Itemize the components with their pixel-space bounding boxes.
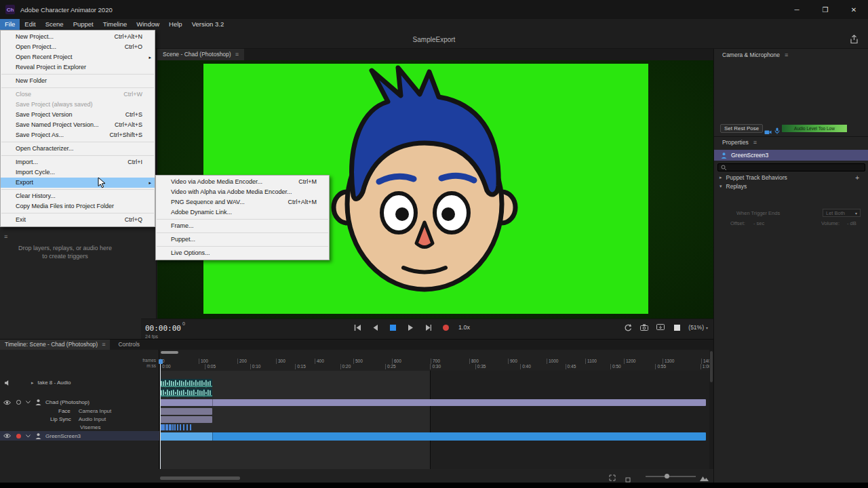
file-menu-item-clear-history[interactable]: Clear History... — [1, 191, 155, 201]
stop-button[interactable] — [388, 323, 397, 332]
controls-tab[interactable]: Controls — [110, 340, 148, 350]
playhead[interactable] — [160, 359, 161, 469]
file-menu-item-close[interactable]: Ctrl+WClose — [1, 89, 155, 100]
audio-take-clip[interactable] — [160, 388, 212, 397]
properties-selected-item[interactable]: GreenScreen3 — [714, 150, 868, 161]
record-button[interactable] — [441, 323, 450, 332]
timecode-frames: 0 — [182, 321, 185, 326]
add-behavior-icon[interactable]: + — [855, 174, 859, 182]
properties-search-input[interactable] — [717, 163, 865, 171]
timeline-horizontal-scrollbar[interactable] — [160, 476, 240, 480]
zoom-level-select[interactable]: (51%) ▾ — [688, 324, 708, 331]
close-button[interactable]: ✕ — [840, 0, 868, 19]
export-menu-item-frame[interactable]: Frame... — [156, 221, 329, 231]
replays-row[interactable]: ▾ Replays — [714, 182, 868, 190]
tab-menu-icon[interactable]: ≡ — [235, 49, 239, 60]
timeline-tab[interactable]: Timeline: Scene - Chad (Photoshop) ≡ — [0, 340, 110, 350]
record-arm-icon[interactable] — [16, 400, 21, 405]
timeline-vertical-scrollbar[interactable] — [709, 350, 713, 469]
playhead-handle[interactable] — [159, 359, 163, 364]
scrollbar-thumb[interactable] — [710, 351, 713, 382]
chevron-right-icon[interactable]: ▸ — [31, 380, 34, 386]
zoom-level-value: (51%) — [688, 324, 704, 331]
previous-frame-button[interactable] — [370, 323, 380, 332]
loop-playback-icon[interactable] — [623, 323, 633, 332]
puppet-track-behaviors-row[interactable]: ▸ Puppet Track Behaviors + — [714, 174, 868, 182]
minimize-button[interactable]: ─ — [783, 0, 811, 19]
menubar-item-timeline[interactable]: Timeline — [98, 19, 132, 30]
playback-speed[interactable]: 1.0x — [458, 324, 470, 331]
file-menu-item-reveal-project-in-explorer[interactable]: Reveal Project in Explorer — [1, 62, 155, 73]
menubar-item-version-3-2[interactable]: Version 3.2 — [187, 19, 229, 30]
timeline-zoom-slider[interactable] — [646, 476, 696, 477]
menu-shortcut: Ctrl+M — [298, 177, 317, 187]
menubar-item-scene[interactable]: Scene — [41, 19, 68, 30]
panel-divider — [714, 136, 868, 137]
background-color-swatch[interactable] — [672, 323, 682, 332]
chevron-down-icon[interactable] — [26, 401, 31, 404]
audio-take-clip[interactable] — [160, 379, 212, 388]
greenscreen-track-header[interactable]: GreenScreen3 — [0, 431, 159, 441]
work-area-bar[interactable] — [161, 351, 178, 354]
share-icon[interactable] — [850, 35, 859, 47]
file-menu-item-save-project-as[interactable]: Ctrl+Shift+SSave Project As... — [1, 130, 155, 140]
tab-menu-icon[interactable]: ≡ — [102, 340, 105, 350]
submenu-arrow-icon: ▸ — [149, 52, 151, 62]
menubar-item-edit[interactable]: Edit — [20, 19, 40, 30]
panel-menu-icon[interactable]: ≡ — [753, 139, 757, 146]
next-frame-button[interactable] — [423, 323, 433, 332]
export-menu-item-adobe-dynamic-link[interactable]: Adobe Dynamic Link... — [156, 207, 329, 218]
export-menu-item-puppet[interactable]: Puppet... — [156, 235, 329, 245]
menubar-item-help[interactable]: Help — [164, 19, 187, 30]
chad-track-header[interactable]: Chad (Photoshop) — [0, 398, 159, 407]
visemes-clip[interactable] — [160, 424, 194, 430]
volume-label: Volume: — [821, 220, 840, 226]
audio-track-header[interactable]: ▸ take 8 - Audio — [0, 378, 159, 387]
menubar-item-puppet[interactable]: Puppet — [68, 19, 98, 30]
panel-menu-icon[interactable]: ≡ — [785, 52, 788, 58]
file-menu-item-export[interactable]: Export▸ — [1, 178, 155, 188]
record-armed-icon[interactable] — [16, 434, 21, 439]
speaker-icon[interactable] — [4, 380, 11, 386]
play-button[interactable] — [406, 323, 415, 332]
ruler-frame-ticks: 0100200300400500600700800900100011001200… — [160, 359, 709, 364]
microphone-icon[interactable] — [774, 125, 780, 137]
menubar-item-file[interactable]: File — [0, 19, 20, 30]
export-menu-item-video-with-alpha-via-adobe-media-encoder[interactable]: Video with Alpha via Adobe Media Encoder… — [156, 187, 329, 197]
zoom-slider-knob[interactable] — [665, 474, 669, 479]
scene-tab[interactable]: Scene - Chad (Photoshop) ≡ — [157, 49, 244, 60]
eye-icon[interactable] — [3, 400, 11, 405]
export-menu-item-video-via-adobe-media-encoder[interactable]: Ctrl+MVideo via Adobe Media Encoder... — [156, 177, 329, 187]
file-menu-item-save-named-project-version[interactable]: Ctrl+Alt+SSave Named Project Version... — [1, 120, 155, 130]
file-menu-item-save-project-version[interactable]: Ctrl+SSave Project Version — [1, 110, 155, 120]
file-menu-item-new-project[interactable]: Ctrl+Alt+NNew Project... — [1, 32, 155, 42]
file-menu-item-open-recent-project[interactable]: Open Recent Project▸ — [1, 52, 155, 62]
export-menu-item-live-options[interactable]: Live Options... — [156, 248, 329, 258]
maximize-button[interactable]: ❐ — [811, 0, 840, 19]
timeline-content[interactable]: 0100200300400500600700800900100011001200… — [160, 350, 709, 469]
menubar-item-window[interactable]: Window — [132, 19, 164, 30]
puppet-track-bar-greenscreen3[interactable] — [160, 432, 706, 441]
file-menu-item-save-project-always-saved[interactable]: Save Project (always saved) — [1, 100, 155, 110]
eye-icon[interactable] — [3, 433, 11, 439]
go-to-start-button[interactable] — [353, 323, 362, 332]
viseme-tick — [183, 424, 184, 430]
chevron-down-icon[interactable] — [26, 434, 31, 438]
set-rest-pose-button[interactable]: Set Rest Pose — [720, 124, 763, 133]
file-menu-item-copy-media-files-into-project-folder[interactable]: Copy Media Files into Project Folder — [1, 201, 155, 211]
lipsync-take-bar[interactable] — [160, 416, 212, 423]
file-menu-item-import[interactable]: Ctrl+IImport... — [1, 157, 155, 167]
face-take-bar[interactable] — [160, 408, 212, 415]
file-menu-item-import-cycle[interactable]: Import Cycle... — [1, 167, 155, 178]
file-menu-item-open-project[interactable]: Ctrl+OOpen Project... — [1, 42, 155, 52]
export-menu-item-png-sequence-and-wav[interactable]: Ctrl+Alt+MPNG Sequence and WAV... — [156, 197, 329, 207]
menu-item-label: Import Cycle... — [16, 169, 55, 176]
grab-frame-icon[interactable] — [656, 323, 665, 332]
panel-menu-icon[interactable]: ≡ — [4, 233, 7, 240]
file-menu-item-new-folder[interactable]: New Folder — [1, 76, 155, 86]
scene-tab-label: Scene - Chad (Photoshop) — [163, 49, 231, 60]
puppet-track-bar-chad[interactable] — [160, 399, 706, 406]
snapshot-icon[interactable] — [639, 323, 649, 332]
file-menu-item-exit[interactable]: Ctrl+QExit — [1, 215, 155, 225]
file-menu-item-open-characterizer[interactable]: Open Characterizer... — [1, 144, 155, 154]
